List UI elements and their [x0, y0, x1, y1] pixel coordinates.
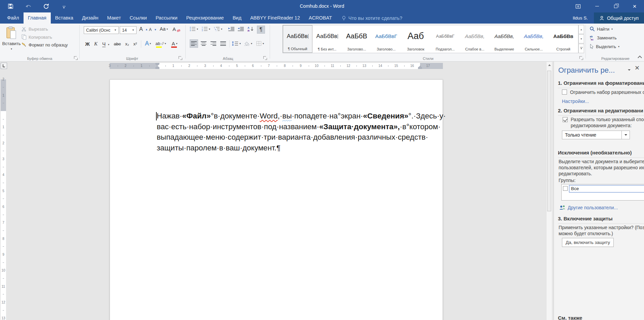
style-item[interactable]: АаБбВв,Выделение	[490, 25, 519, 53]
restore-icon[interactable]	[606, 0, 625, 12]
editing-type-dropdown[interactable]: Только чтение	[562, 131, 630, 139]
everyone-checkbox[interactable]	[563, 186, 568, 191]
groups-listbox[interactable]: Все	[561, 184, 644, 201]
numbering-button[interactable]: 123 ▾	[202, 27, 210, 31]
style-item[interactable]: АаБбВв,Сильное...	[519, 25, 548, 53]
customize-quick-access-icon[interactable]	[60, 2, 68, 11]
clear-formatting-button[interactable]: А	[173, 26, 176, 32]
redo-icon[interactable]	[42, 2, 50, 11]
tab-вид[interactable]: Вид	[228, 12, 246, 24]
document-text[interactable]: Нажав·«Файл»°в·документе·Word,·вы·попаде…	[157, 111, 439, 153]
shading-button[interactable]: ▾	[243, 41, 252, 46]
line-spacing-button[interactable]: ▾	[232, 41, 241, 46]
align-right-button[interactable]	[209, 39, 218, 48]
tab-рассылки[interactable]: Рассылки	[151, 12, 182, 24]
tab-дизайн[interactable]: Дизайн	[78, 12, 103, 24]
share-button[interactable]: Общий доступ	[594, 12, 644, 24]
text-highlight-button[interactable]: ab ▾	[155, 39, 166, 48]
tab-selector[interactable]	[1, 63, 7, 69]
tab-ссылки[interactable]: Ссылки	[125, 12, 151, 24]
style-item[interactable]: АаБбВв¶ Обычный	[283, 25, 312, 53]
find-button[interactable]: Найти▾	[590, 26, 613, 32]
paste-button[interactable]: Вставить ▾	[3, 26, 20, 55]
dropdown-button[interactable]	[621, 131, 630, 139]
document-text-line[interactable]: выпадающее·меню·содержит·три·варианта·до…	[157, 132, 439, 143]
editing-restrictions-checkbox[interactable]	[563, 117, 568, 122]
select-button[interactable]: Выделить▾	[590, 44, 619, 49]
align-left-button[interactable]	[190, 39, 198, 48]
copy-button[interactable]: Копировать	[22, 34, 52, 40]
increase-indent-button[interactable]	[237, 27, 244, 31]
style-item[interactable]: АаБбВвСтрогий	[548, 25, 578, 53]
gallery-scroll-down-button[interactable]: ▼	[578, 34, 584, 43]
formatting-restrictions-label[interactable]: Ограничить набор разрешенных ст	[570, 90, 644, 95]
borders-button[interactable]: ▾	[256, 41, 264, 46]
paragraph-dialog-launcher[interactable]	[263, 56, 267, 60]
vertical-ruler[interactable]: 2112345678910111213	[1, 79, 6, 320]
editing-restrictions-label-line1[interactable]: Разрешить только указанный спосо	[571, 117, 644, 122]
document-vertical-scrollbar[interactable]	[546, 62, 552, 320]
subscript-button[interactable]: x₂	[123, 40, 131, 48]
more-users-link[interactable]: Другие пользователи...	[568, 205, 618, 210]
tab-главная[interactable]: Главная	[24, 12, 51, 24]
strikethrough-button[interactable]: abe	[113, 40, 122, 48]
styles-dialog-launcher[interactable]	[579, 56, 583, 60]
scroll-up-icon[interactable]	[546, 62, 552, 68]
underline-button[interactable]: Ч	[101, 40, 107, 48]
style-item[interactable]: АаБбВвГПодзагол...	[430, 25, 460, 53]
tell-me-box[interactable]: Что вы хотите сделать?	[342, 12, 402, 24]
font-dialog-launcher[interactable]	[178, 56, 183, 60]
minimize-icon[interactable]	[588, 0, 606, 12]
bold-button[interactable]: Ж	[84, 40, 91, 48]
undo-icon[interactable]	[24, 2, 33, 11]
ribbon-display-options-icon[interactable]	[569, 0, 588, 12]
style-item[interactable]: АабЗаголовок	[401, 25, 430, 53]
pane-options-arrow-icon[interactable]	[628, 69, 631, 72]
text-effects-button[interactable]: А▾	[144, 39, 152, 48]
multilevel-list-button[interactable]: 1аi ▾	[214, 27, 222, 31]
close-icon[interactable]: ×	[625, 0, 644, 12]
bullets-button[interactable]: ▾	[190, 27, 198, 31]
font-name-combobox[interactable]: Calibri (Оснс▼	[84, 26, 119, 34]
document-text-line[interactable]: вас·есть·набор·инструментов·под·название…	[157, 121, 439, 132]
font-color-button[interactable]: А ▾	[169, 39, 180, 48]
align-center-button[interactable]	[199, 39, 208, 48]
list-item[interactable]: Все	[562, 185, 644, 192]
pane-close-icon[interactable]: ✕	[635, 64, 640, 72]
gallery-scroll-up-button[interactable]: ▲	[578, 25, 584, 34]
document-text-line[interactable]: Нажав·«Файл»°в·документе·Word,·вы·попаде…	[157, 111, 439, 121]
sort-button[interactable]: АЯ	[248, 26, 254, 32]
italic-button[interactable]: К	[92, 40, 99, 48]
style-item[interactable]: АаБбВвГЗаголово...	[371, 25, 401, 53]
style-item[interactable]: АаБбВЗаголово...	[342, 25, 372, 53]
tab-abbyy-finereader-12[interactable]: ABBYY FineReader 12	[246, 12, 304, 24]
tab-acrobat[interactable]: ACROBAT	[304, 12, 336, 24]
change-case-button[interactable]: Аа▾	[160, 26, 168, 32]
gallery-more-button[interactable]: ▼	[578, 44, 584, 53]
tab-вставка[interactable]: Вставка	[51, 12, 78, 24]
decrease-indent-button[interactable]	[228, 27, 235, 31]
user-account[interactable]: Ildus S.	[573, 12, 588, 24]
start-protection-button[interactable]: Да, включить защиту	[562, 238, 614, 247]
style-item[interactable]: АаБбВв¶ Без инт...	[312, 25, 342, 53]
replace-button[interactable]: abac Заменить	[590, 35, 616, 40]
underline-dropdown-arrow[interactable]: ▾	[108, 43, 109, 46]
settings-link[interactable]: Настройки...	[562, 99, 589, 104]
tab-file[interactable]: Файл	[3, 12, 24, 24]
shrink-font-button[interactable]: А▼	[149, 27, 157, 32]
show-formatting-marks-button[interactable]: ¶	[257, 26, 265, 34]
tab-макет[interactable]: Макет	[103, 12, 125, 24]
font-size-combobox[interactable]: 14▼	[120, 26, 137, 34]
tab-рецензирование[interactable]: Рецензирование	[182, 12, 228, 24]
see-also-heading[interactable]: См. также	[558, 315, 644, 320]
cut-button[interactable]: Вырезать	[22, 27, 48, 32]
clipboard-dialog-launcher[interactable]	[74, 56, 78, 60]
save-icon[interactable]	[6, 2, 15, 11]
grow-font-button[interactable]: А▲	[139, 26, 148, 32]
justify-button[interactable]	[219, 39, 227, 48]
superscript-button[interactable]: x²	[131, 40, 139, 48]
formatting-restrictions-checkbox[interactable]	[562, 90, 567, 95]
horizontal-ruler[interactable]: 3211234567891011121314151617	[110, 63, 443, 69]
scrollbar-thumb[interactable]	[547, 71, 551, 211]
style-item[interactable]: АаБбВв,Слабое в...	[460, 25, 490, 53]
